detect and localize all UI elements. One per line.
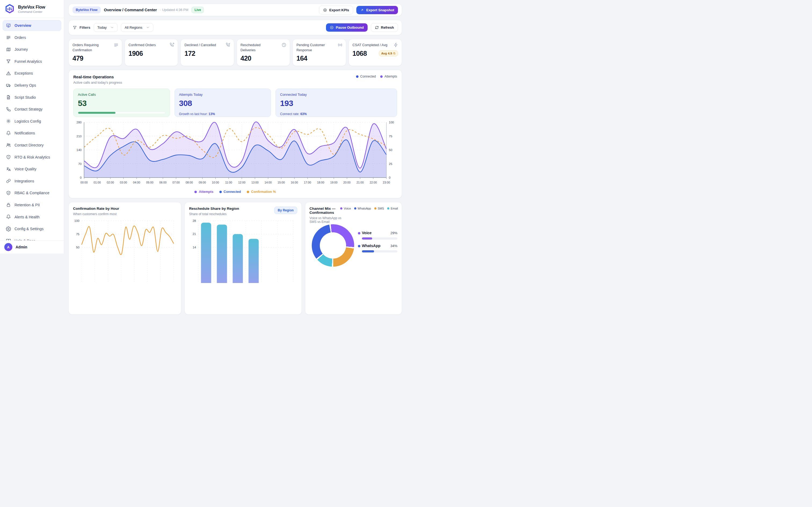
sidebar-item-integrations[interactable]: Integrations	[3, 176, 61, 186]
sidebar-item-contact-strategy[interactable]: Contact Strategy	[3, 104, 61, 115]
kpi-row: Orders Requiring Confirmation479Confirme…	[68, 39, 402, 66]
channel-legend-voice: Voice	[340, 207, 351, 210]
sidebar-item-label: Delivery Ops	[14, 83, 36, 88]
channel-name: WhatsApp	[362, 243, 380, 248]
app-subtitle: Command Center	[18, 10, 45, 13]
app-badge: ByteVox Flow	[72, 6, 101, 13]
orders-icon	[114, 42, 119, 48]
kpi-value: 420	[241, 54, 286, 62]
sidebar-item-rto-risk-analytics[interactable]: RTO & Risk Analytics	[3, 152, 61, 163]
svg-text:22:00: 22:00	[370, 181, 377, 184]
active-calls-progress	[78, 112, 165, 114]
sidebar-item-label: RTO & Risk Analytics	[14, 155, 50, 159]
funnel-icon	[6, 59, 11, 64]
channel-legend-sms: SMS	[374, 207, 384, 210]
svg-text:13:00: 13:00	[251, 181, 259, 184]
svg-text:06:00: 06:00	[159, 181, 166, 184]
svg-text:09:00: 09:00	[199, 181, 206, 184]
sidebar-item-rbac-compliance[interactable]: RBAC & Compliance	[3, 187, 61, 198]
sidebar-item-label: Exceptions	[14, 71, 33, 75]
svg-text:11:00: 11:00	[225, 181, 232, 184]
confirmation-rate-card: Confirmation Rate by Hour When customers…	[68, 202, 181, 253]
avatar[interactable]: A	[4, 243, 12, 251]
phone-icon	[6, 107, 11, 112]
lock-icon	[6, 202, 11, 207]
sidebar-item-retention-pii[interactable]: Retention & PII	[3, 200, 61, 210]
tile-label: Active Calls	[78, 93, 165, 97]
sidebar-item-funnel-analytics[interactable]: Funnel Analytics	[3, 56, 61, 67]
phone-outgoing-icon	[169, 42, 174, 48]
sidebar-item-alerts-health[interactable]: Alerts & Health	[3, 212, 61, 222]
sidebar-item-label: Contact Directory	[14, 143, 44, 147]
svg-text:0: 0	[389, 176, 391, 179]
channel-mix-title: Channel Mix — Confirmations	[310, 207, 343, 215]
sidebar-item-notifications[interactable]: Notifications	[3, 128, 61, 138]
by-region-badge[interactable]: By Region	[274, 207, 297, 214]
sidebar-item-label: Funnel Analytics	[14, 59, 42, 64]
sidebar-item-label: Retention & PII	[14, 203, 40, 207]
channel-mix-subtitle: Voice vs WhatsApp vs SMS vs Email	[310, 216, 343, 224]
svg-text:14: 14	[193, 246, 196, 249]
sidebar-item-label: RBAC & Compliance	[14, 191, 49, 195]
chart-legend-connected: Connected	[219, 190, 241, 194]
app-logo-block: ByteVox Flow Command Center	[0, 0, 64, 18]
journey-icon	[6, 47, 11, 52]
kpi-label: Rescheduled Deliveries	[241, 43, 276, 53]
pause-outbound-button[interactable]: Pause Outbound	[326, 23, 368, 32]
kpi-value: 1906	[129, 50, 174, 57]
users-icon	[6, 143, 11, 148]
sidebar-item-logistics-config[interactable]: Logistics Config	[3, 116, 61, 127]
sidebar-footer[interactable]: A Admin	[0, 240, 64, 253]
kpi-card-pending-customer-response: Pending Customer Response164	[292, 39, 346, 66]
sidebar-item-config-settings[interactable]: Config & Settings	[3, 223, 61, 234]
live-status-badge: Live	[192, 7, 204, 13]
sidebar-item-label: Contact Strategy	[14, 107, 42, 111]
sidebar-nav: OverviewOrdersJourneyFunnel AnalyticsExc…	[0, 18, 64, 240]
tile-label: Connected Today	[280, 93, 393, 97]
svg-text:75: 75	[389, 135, 392, 138]
phone-incoming-icon	[225, 42, 231, 48]
svg-text:20:00: 20:00	[344, 181, 351, 184]
region-select[interactable]: All Regions	[121, 23, 153, 32]
updated-timestamp: · Updated 4:36 PM	[160, 8, 188, 12]
kpi-label: CSAT Completed / Avg	[353, 43, 388, 48]
legend-item-attempts: Attempts	[380, 74, 397, 78]
export-kpis-button[interactable]: Export KPIs	[319, 6, 353, 14]
sidebar-item-label: Notifications	[14, 131, 35, 135]
sidebar-item-exceptions[interactable]: Exceptions	[3, 68, 61, 78]
sidebar-item-voice-quality[interactable]: Voice Quality	[3, 164, 61, 174]
kpi-value: 479	[72, 54, 118, 62]
sidebar-item-delivery-ops[interactable]: Delivery Ops	[3, 80, 61, 91]
sidebar-item-label: Journey	[14, 47, 28, 52]
channel-name: Voice	[362, 231, 372, 235]
sidebar-item-script-studio[interactable]: Script Studio	[3, 92, 61, 103]
svg-text:210: 210	[77, 135, 82, 138]
reschedule-share-card: Reschedule Share by Region Share of tota…	[185, 202, 302, 253]
realtime-title: Real-time Operations	[73, 74, 122, 79]
tile-value: 193	[280, 99, 393, 108]
export-snapshot-button[interactable]: Export Snapshot	[356, 6, 398, 14]
date-range-select[interactable]: Today	[94, 23, 118, 32]
svg-text:70: 70	[78, 162, 82, 166]
sidebar-item-overview[interactable]: Overview	[3, 20, 61, 31]
csat-avg-badge: Avg 4.9 /5	[379, 50, 398, 56]
funnel-icon	[72, 25, 77, 30]
svg-text:21: 21	[193, 232, 196, 235]
legend-dot	[356, 75, 358, 78]
sidebar-item-label: Script Studio	[14, 95, 36, 100]
refresh-button[interactable]: Refresh	[371, 23, 398, 32]
sidebar-item-journey[interactable]: Journey	[3, 44, 61, 55]
kpi-label: Confirmed Orders	[129, 43, 164, 48]
bell-icon	[6, 131, 11, 136]
sidebar-item-help-docs[interactable]: Help & Docs	[3, 235, 61, 240]
channel-mix-card: Channel Mix — Confirmations Voice vs Wha…	[305, 202, 402, 253]
channel-legend-whatsapp: WhatsApp	[354, 207, 371, 210]
kpi-card-orders-requiring-confirmation: Orders Requiring Confirmation479	[68, 39, 122, 66]
kpi-label: Pending Customer Response	[296, 43, 332, 53]
sidebar-item-label: Voice Quality	[14, 167, 37, 171]
tile-value: 308	[179, 99, 267, 108]
kpi-value: 172	[185, 50, 230, 57]
sidebar-item-contact-directory[interactable]: Contact Directory	[3, 140, 61, 151]
tile-active-calls: Active Calls53	[73, 89, 170, 117]
sidebar-item-orders[interactable]: Orders	[3, 32, 61, 43]
